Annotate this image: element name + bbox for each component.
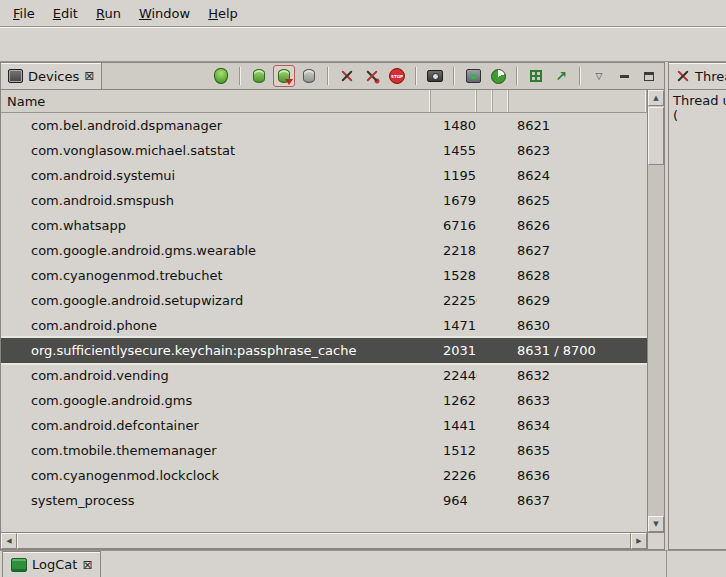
toolbar-separator [327, 67, 329, 85]
process-pid: 1471 [431, 318, 477, 333]
ddms-window: FileEditRunWindowHelp Devices ⊠ ↗▽ Name … [0, 0, 726, 577]
horizontal-scrollbar[interactable]: ◀ ▶ [1, 532, 647, 549]
process-name: com.google.android.gms [1, 393, 431, 408]
process-port: 8625 [509, 193, 647, 208]
process-name: com.cyanogenmod.trebuchet [1, 268, 431, 283]
maximize-icon[interactable] [638, 65, 660, 87]
process-row[interactable]: com.vonglasow.michael.satstat145538623 [1, 138, 647, 163]
tab-threads[interactable]: Threads [669, 63, 726, 89]
process-name: com.android.systemui [1, 168, 431, 183]
process-pid: 6716 [431, 218, 477, 233]
process-pid: 964 [431, 493, 477, 508]
logcat-icon [11, 558, 27, 572]
menu-window[interactable]: Window [130, 2, 199, 25]
process-row[interactable]: system_process9648637 [1, 488, 647, 513]
dump-hprof-icon[interactable] [273, 65, 295, 87]
menu-edit[interactable]: Edit [44, 2, 87, 25]
threads-icon [676, 69, 690, 83]
process-port: 8626 [509, 218, 647, 233]
stop-process-icon[interactable] [386, 65, 408, 87]
process-pid: 1512 [431, 443, 477, 458]
process-pid: 1480 [431, 118, 477, 133]
update-threads-icon[interactable] [336, 65, 358, 87]
update-heap-icon[interactable] [248, 65, 270, 87]
system-info-icon[interactable] [487, 65, 509, 87]
main-toolbar [0, 26, 726, 62]
tree-view-icon[interactable] [525, 65, 547, 87]
process-pid: 1195 [431, 168, 477, 183]
tab-devices[interactable]: Devices ⊠ [1, 63, 102, 89]
process-pid: 14411 [431, 418, 477, 433]
column-header-2[interactable] [477, 90, 493, 112]
process-row[interactable]: com.tmobile.thememanager15128635 [1, 438, 647, 463]
process-pid: 22185 [431, 243, 477, 258]
process-port: 8637 [509, 493, 647, 508]
minimize-icon[interactable] [613, 65, 635, 87]
horizontal-scroll-thumb[interactable] [17, 533, 631, 549]
toolbar-separator [453, 67, 455, 85]
process-pid: 14553 [431, 143, 477, 158]
process-row[interactable]: com.google.android.gms.wearable221858627 [1, 238, 647, 263]
table-body: com.bel.android.dspmanager14808621com.vo… [1, 113, 647, 532]
process-port: 8634 [509, 418, 647, 433]
close-icon[interactable]: ⊠ [84, 70, 94, 82]
process-pid: 1528 [431, 268, 477, 283]
menu-run[interactable]: Run [87, 2, 130, 25]
process-name: com.google.android.gms.wearable [1, 243, 431, 258]
column-header-3[interactable] [493, 90, 509, 112]
process-port: 8629 [509, 293, 647, 308]
view-menu-icon[interactable]: ▽ [588, 65, 610, 87]
process-row[interactable]: com.android.smspush16798625 [1, 188, 647, 213]
scrollbar-corner [647, 532, 664, 549]
menu-help[interactable]: Help [199, 2, 247, 25]
process-port: 8632 [509, 368, 647, 383]
process-row[interactable]: com.cyanogenmod.lockclock222658636 [1, 463, 647, 488]
process-row[interactable]: com.android.defcontainer144118634 [1, 413, 647, 438]
vertical-scroll-thumb[interactable] [648, 107, 664, 165]
column-header-4[interactable] [509, 90, 647, 112]
scroll-left-icon[interactable]: ◀ [1, 533, 17, 549]
menu-bar: FileEditRunWindowHelp [0, 0, 726, 26]
process-name: com.android.vending [1, 368, 431, 383]
process-name: system_process [1, 493, 431, 508]
devices-toolbar: ↗▽ [210, 63, 664, 89]
process-name: com.android.phone [1, 318, 431, 333]
toolbar-separator [579, 67, 581, 85]
process-pid: 20311 [431, 343, 477, 358]
process-port: 8623 [509, 143, 647, 158]
devices-panel: Devices ⊠ ↗▽ Name com.bel.android.dspman… [0, 62, 665, 550]
process-port: 8624 [509, 168, 647, 183]
tab-logcat[interactable]: LogCat ⊠ [2, 551, 101, 577]
device-icon [8, 69, 23, 83]
process-name: com.google.android.setupwizard [1, 293, 431, 308]
scroll-down-icon[interactable]: ▼ [648, 516, 664, 532]
menu-file[interactable]: File [4, 2, 44, 25]
scroll-up-icon[interactable]: ▲ [648, 90, 664, 106]
chart-arrow-icon[interactable]: ↗ [550, 65, 572, 87]
cause-gc-icon[interactable] [298, 65, 320, 87]
process-row[interactable]: com.cyanogenmod.trebuchet15288628 [1, 263, 647, 288]
process-name: com.whatsapp [1, 218, 431, 233]
screen-capture-icon[interactable] [424, 65, 446, 87]
process-row[interactable]: com.android.systemui11958624 [1, 163, 647, 188]
process-row[interactable]: com.bel.android.dspmanager14808621 [1, 113, 647, 138]
process-row[interactable]: com.whatsapp67168626 [1, 213, 647, 238]
process-row[interactable]: org.sufficientlysecure.keychain:passphra… [1, 338, 647, 363]
column-header-1[interactable] [431, 90, 477, 112]
process-row[interactable]: com.android.phone14718630 [1, 313, 647, 338]
vertical-scrollbar[interactable]: ▲ ▼ [647, 90, 664, 532]
process-row[interactable]: com.google.android.gms126238633 [1, 388, 647, 413]
column-header-name[interactable]: Name [1, 90, 431, 112]
logcat-tabbar: LogCat ⊠ [0, 550, 726, 577]
debug-icon[interactable] [210, 65, 232, 87]
process-row[interactable]: com.android.vending224408632 [1, 363, 647, 388]
process-name: com.vonglasow.michael.satstat [1, 143, 431, 158]
close-icon[interactable]: ⊠ [82, 559, 92, 571]
process-pid: 22250 [431, 293, 477, 308]
process-row[interactable]: com.google.android.setupwizard222508629 [1, 288, 647, 313]
process-pid: 22265 [431, 468, 477, 483]
scroll-right-icon[interactable]: ▶ [631, 533, 647, 549]
threads-message-line1: Thread up [673, 93, 722, 108]
stop-method-profiling-icon[interactable] [361, 65, 383, 87]
screen-record-icon[interactable] [462, 65, 484, 87]
